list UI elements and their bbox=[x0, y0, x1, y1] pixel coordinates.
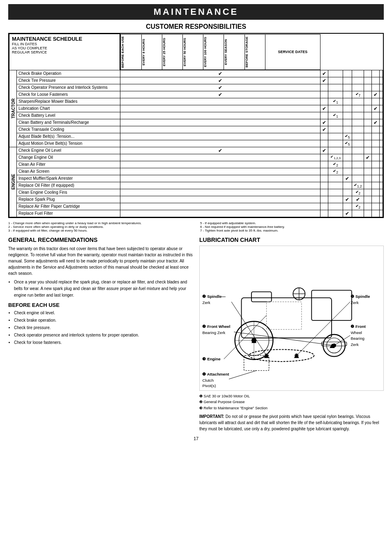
check-cell bbox=[372, 203, 380, 210]
bullet-item: Check tire pressure. bbox=[14, 325, 193, 331]
check-cell bbox=[321, 140, 328, 147]
check-cell bbox=[120, 112, 321, 119]
lub-legend-item-1: ❶ SAE 30 or 10w30 Motor OIL bbox=[199, 393, 384, 399]
check-cell bbox=[364, 133, 372, 140]
check-cell: ✔ bbox=[120, 91, 321, 98]
task-name: Check Battery Level bbox=[17, 112, 120, 119]
check-cell bbox=[352, 70, 364, 77]
check-cell: ✔ bbox=[352, 196, 364, 203]
service-date-cells bbox=[380, 203, 383, 210]
bullet-item: Once a year you should replace the spark… bbox=[14, 279, 193, 299]
check-cell bbox=[343, 98, 352, 105]
task-name: Clean Air Screen bbox=[17, 168, 120, 175]
col-header-3: EVERY 50 HOURS bbox=[183, 35, 187, 70]
table-row: Sharpen/Replace Mower Blades ✔1 bbox=[9, 98, 383, 105]
check-cell bbox=[364, 84, 372, 91]
task-name: Adjust Motion Drive Belt(s) Tension bbox=[17, 140, 120, 147]
check-cell bbox=[372, 182, 380, 189]
check-cell bbox=[364, 98, 372, 105]
footnotes-left: 1 - Change more often when operating und… bbox=[8, 221, 192, 232]
task-name: Check Transaxle Cooling bbox=[17, 126, 120, 133]
check-cell bbox=[321, 154, 328, 161]
check-cell bbox=[328, 105, 343, 112]
schedule-subtitle2: AS YOU COMPLETE bbox=[12, 46, 117, 50]
check-cell bbox=[372, 133, 380, 140]
task-name: Replace Oil Filter (If equipped) bbox=[17, 182, 120, 189]
check-cell bbox=[364, 210, 372, 217]
svg-text:Pivot(s): Pivot(s) bbox=[202, 383, 216, 388]
check-cell bbox=[321, 210, 328, 217]
table-row: Lubrication Chart ✔ ✔ bbox=[9, 105, 383, 112]
check-cell bbox=[352, 77, 364, 84]
service-date-cells bbox=[380, 175, 383, 182]
svg-text:Bearing Zerk: Bearing Zerk bbox=[202, 330, 225, 334]
engine-group-label: ENGINE bbox=[9, 147, 17, 217]
task-name: Adjust Blade Belt(s) :Tension... bbox=[17, 133, 120, 140]
check-cell bbox=[372, 147, 380, 154]
check-cell bbox=[328, 189, 343, 196]
page-header: MAINTENANCE bbox=[8, 4, 384, 20]
svg-text:Zerk: Zerk bbox=[202, 300, 210, 304]
table-row: Clean Air Screen ✔2 bbox=[9, 168, 383, 175]
page-header-text: MAINTENANCE bbox=[154, 7, 239, 17]
svg-text:Wheel: Wheel bbox=[350, 330, 362, 334]
task-name: Clean Air Filter bbox=[17, 161, 120, 168]
lub-legend: ❶ SAE 30 or 10w30 Motor OIL ❷ General Pu… bbox=[199, 393, 384, 411]
check-cell bbox=[321, 196, 328, 203]
check-cell bbox=[328, 175, 343, 182]
schedule-subtitle3: REGULAR SERVICE bbox=[12, 50, 117, 54]
check-cell bbox=[328, 196, 343, 203]
check-cell bbox=[343, 119, 352, 126]
check-cell bbox=[321, 133, 328, 140]
page-number: 17 bbox=[8, 436, 384, 441]
svg-rect-0 bbox=[242, 297, 332, 338]
check-cell bbox=[352, 84, 364, 91]
service-date-cells bbox=[380, 196, 383, 203]
check-cell bbox=[328, 210, 343, 217]
check-cell: ✔1,2,3 bbox=[328, 154, 343, 161]
check-cell bbox=[372, 98, 380, 105]
check-cell bbox=[343, 154, 352, 161]
check-cell: ✔1 bbox=[328, 112, 343, 119]
check-cell bbox=[120, 140, 321, 147]
task-name: Clean Engine Cooling Fins bbox=[17, 189, 120, 196]
check-cell bbox=[328, 140, 343, 147]
footnote-7: 7 - Tighten front axle pivot bolt to 35 … bbox=[200, 229, 384, 232]
check-cell bbox=[120, 98, 321, 105]
svg-text:❶ Attachment: ❶ Attachment bbox=[202, 371, 229, 376]
check-cell bbox=[328, 70, 343, 77]
svg-text:❷ Front: ❷ Front bbox=[350, 324, 366, 329]
service-date-cells bbox=[380, 119, 383, 126]
table-row: Clean Air Filter ✔2 bbox=[9, 161, 383, 168]
task-name: Check Brake Operation bbox=[17, 70, 120, 77]
check-cell bbox=[321, 112, 328, 119]
check-cell bbox=[364, 126, 372, 133]
table-row: Adjust Motion Drive Belt(s) Tension ✔5 bbox=[9, 140, 383, 147]
check-cell bbox=[120, 133, 321, 140]
service-date-cells bbox=[380, 147, 383, 154]
general-rec-body: The warranty on this tractor does not co… bbox=[8, 246, 193, 276]
service-date-cells bbox=[380, 126, 383, 133]
task-name: Replace Spark Plug bbox=[17, 196, 120, 203]
check-cell bbox=[120, 210, 321, 217]
general-rec-title: GENERAL RECOMMENDATIONS bbox=[8, 237, 193, 243]
check-cell: ✔ bbox=[372, 91, 380, 98]
check-cell: ✔ bbox=[120, 70, 321, 77]
svg-rect-2 bbox=[251, 292, 272, 302]
service-date-cells bbox=[380, 70, 383, 77]
check-cell bbox=[343, 112, 352, 119]
task-name: Lubrication Chart bbox=[17, 105, 120, 112]
check-cell: ✔2 bbox=[328, 161, 343, 168]
check-cell bbox=[372, 189, 380, 196]
footnote-2: 2 - Service more often when operating in… bbox=[8, 225, 192, 229]
check-cell bbox=[352, 154, 364, 161]
check-cell bbox=[352, 112, 364, 119]
important-label: IMPORTANT: bbox=[199, 414, 224, 419]
check-cell bbox=[364, 119, 372, 126]
svg-line-31 bbox=[229, 370, 256, 379]
check-cell bbox=[343, 189, 352, 196]
check-cell bbox=[120, 168, 321, 175]
col-header-4: EVERY 100 HOURS bbox=[203, 35, 207, 70]
table-row: Check Transaxle Cooling ✔ bbox=[9, 126, 383, 133]
check-cell: ✔ bbox=[321, 77, 328, 84]
